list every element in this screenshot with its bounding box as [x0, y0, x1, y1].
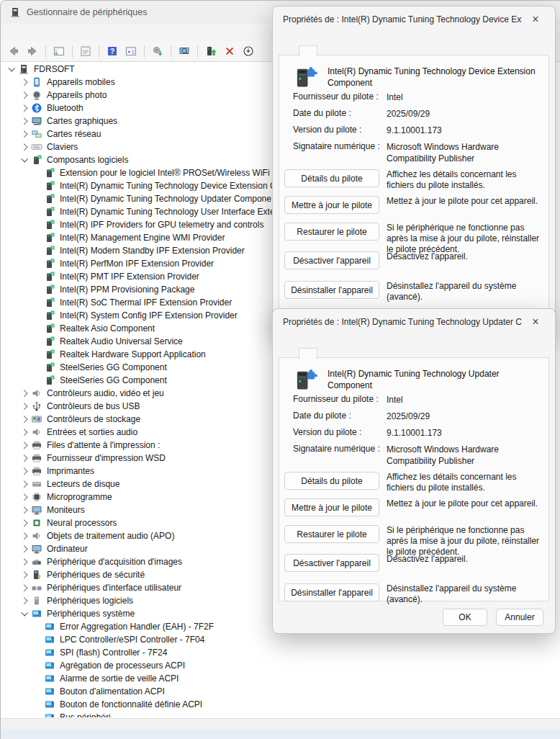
toolbar-button[interactable] [24, 43, 41, 59]
dialog-tab[interactable] [299, 45, 317, 57]
tree-item[interactable]: Bouton de fonctionnalité définie ACPI [1, 698, 560, 711]
software-component-icon [44, 349, 55, 360]
expander-icon[interactable] [31, 633, 44, 646]
menu-item[interactable] [18, 30, 32, 35]
expander-icon[interactable] [18, 426, 31, 439]
expander-icon[interactable] [18, 529, 31, 542]
horizontal-scrollbar[interactable] [1, 718, 560, 730]
driver-action-button[interactable]: Restaurer le pilote [284, 525, 379, 543]
expander-icon[interactable] [31, 646, 44, 659]
expander-icon[interactable] [31, 620, 44, 633]
expander-icon[interactable] [18, 503, 31, 516]
expander-icon[interactable] [31, 244, 44, 257]
expander-icon[interactable] [18, 439, 31, 452]
tree-item[interactable]: Agrégation de processeurs ACPI [1, 659, 560, 672]
toolbar-button[interactable] [221, 43, 238, 59]
driver-action-button[interactable]: Désactiver l'appareil [284, 554, 379, 572]
expander-icon[interactable] [18, 89, 31, 102]
expander-icon[interactable] [31, 205, 44, 218]
cancel-button[interactable]: Annuler [496, 609, 543, 626]
driver-action-button[interactable]: Détails du pilote [284, 472, 379, 490]
expander-icon[interactable] [31, 192, 44, 205]
expander-icon[interactable] [31, 218, 44, 231]
expander-icon[interactable] [5, 63, 18, 76]
software-component-icon [44, 284, 55, 295]
expander-icon[interactable] [31, 374, 44, 387]
toolbar-button[interactable] [5, 43, 22, 59]
expander-icon[interactable] [18, 102, 31, 115]
expander-icon[interactable] [31, 166, 44, 179]
dialog-tab[interactable] [281, 350, 299, 358]
expander-icon[interactable] [31, 296, 44, 309]
expander-icon[interactable] [31, 270, 44, 283]
expander-icon[interactable] [31, 685, 44, 698]
expander-icon[interactable] [18, 516, 31, 529]
toolbar-button[interactable] [104, 43, 121, 59]
printer-icon [31, 465, 42, 477]
tree-item[interactable]: Alarme de sortie de veille ACPI [1, 672, 560, 685]
tree-item[interactable]: Bouton d'alimentation ACPI [1, 685, 560, 698]
expander-icon[interactable] [31, 283, 44, 296]
expander-icon[interactable] [18, 478, 31, 491]
driver-action-button[interactable]: Désinstaller l'appareil [284, 281, 379, 299]
dialog-tab[interactable] [317, 48, 335, 55]
dialog-tab[interactable] [335, 48, 352, 55]
expander-icon[interactable] [31, 361, 44, 374]
expander-icon[interactable] [18, 452, 31, 465]
ok-button[interactable]: OK [443, 609, 487, 626]
toolbar-button[interactable] [176, 43, 193, 59]
expander-icon[interactable] [18, 465, 31, 478]
expander-icon[interactable] [31, 672, 44, 685]
expander-icon[interactable] [31, 257, 44, 270]
tree-item[interactable]: SPI (flash) Controller - 7F24 [1, 646, 560, 659]
toolbar-button[interactable] [77, 43, 94, 59]
expander-icon[interactable] [31, 335, 44, 348]
expander-icon[interactable] [18, 581, 31, 594]
expander-icon[interactable] [31, 179, 44, 192]
tree-item[interactable]: LPC Controller/eSPI Controller - 7F04 [1, 633, 560, 646]
expander-icon[interactable] [18, 127, 31, 140]
expander-icon[interactable] [18, 387, 31, 400]
close-icon[interactable]: × [526, 11, 545, 28]
dialog-tab[interactable] [299, 348, 317, 359]
expander-icon[interactable] [18, 542, 31, 555]
dialog-tab[interactable] [335, 350, 352, 358]
tree-item[interactable]: Bus périphéri [1, 711, 560, 717]
expander-icon[interactable] [18, 568, 31, 581]
export-list-icon [125, 45, 137, 57]
expander-icon[interactable] [18, 115, 31, 127]
menu-item[interactable] [4, 30, 18, 35]
expander-icon[interactable] [31, 698, 44, 711]
expander-icon[interactable] [31, 348, 44, 361]
driver-action-button[interactable]: Détails du pilote [284, 169, 379, 187]
expander-icon[interactable] [31, 231, 44, 244]
expander-icon[interactable] [31, 322, 44, 335]
expander-icon[interactable] [18, 594, 31, 607]
toolbar-button[interactable] [240, 43, 257, 59]
expander-icon[interactable] [18, 555, 31, 568]
close-icon[interactable]: × [526, 313, 545, 331]
toolbar-button[interactable] [202, 43, 220, 59]
expander-icon[interactable] [18, 400, 31, 413]
driver-action-button[interactable]: Mettre à jour le pilote [284, 196, 379, 214]
expander-icon[interactable] [31, 711, 44, 717]
driver-action-button[interactable]: Désinstaller l'appareil [284, 583, 379, 601]
menu-item[interactable] [32, 30, 47, 35]
toolbar-button[interactable] [50, 43, 68, 59]
expander-icon[interactable] [31, 659, 44, 672]
driver-action-button[interactable]: Désactiver l'appareil [284, 251, 379, 269]
driver-action-button[interactable]: Restaurer le pilote [284, 223, 379, 241]
toolbar-button[interactable] [122, 43, 140, 59]
driver-action-button[interactable]: Mettre à jour le pilote [284, 498, 379, 516]
expander-icon[interactable] [18, 607, 31, 620]
expander-icon[interactable] [18, 153, 31, 166]
expander-icon[interactable] [18, 140, 31, 153]
expander-icon[interactable] [18, 76, 31, 89]
dialog-tab[interactable] [281, 48, 299, 55]
dialog-tab[interactable] [317, 350, 335, 358]
expander-icon[interactable] [18, 413, 31, 426]
menu-item[interactable] [47, 30, 61, 35]
toolbar-button[interactable] [149, 43, 166, 59]
expander-icon[interactable] [31, 309, 44, 322]
expander-icon[interactable] [18, 491, 31, 503]
